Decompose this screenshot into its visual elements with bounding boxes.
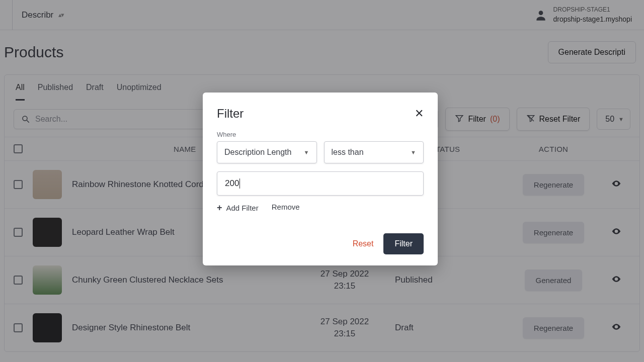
operator-value: less than [332,148,364,157]
modal-title: Filter [217,107,244,121]
close-icon[interactable]: ✕ [415,108,424,119]
apply-filter-button[interactable]: Filter [383,233,424,254]
filter-modal: Filter ✕ Where Description Length ▼ less… [203,93,438,265]
operator-select[interactable]: less than ▼ [324,141,424,163]
chevron-down-icon: ▼ [304,149,309,155]
value-text: 200 [225,178,239,189]
add-filter-button[interactable]: + Add Filter [217,203,259,213]
chevron-down-icon: ▼ [411,149,416,155]
plus-icon: + [217,203,222,213]
field-value: Description Length [224,148,291,157]
reset-button[interactable]: Reset [353,239,374,248]
value-input[interactable]: 200 [217,171,424,196]
where-label: Where [217,131,424,138]
add-filter-label: Add Filter [226,204,259,212]
remove-filter-button[interactable]: Remove [272,203,300,213]
text-caret [239,178,240,189]
field-select[interactable]: Description Length ▼ [217,141,317,163]
